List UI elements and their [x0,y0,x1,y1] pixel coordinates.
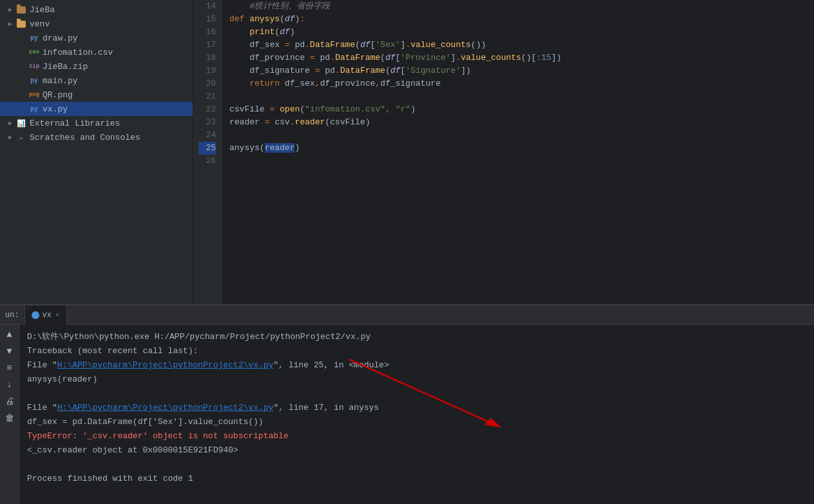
py-file-icon: py [28,33,40,43]
scratch-icon: ✏ [15,132,27,142]
png-file-icon: png [28,90,40,100]
main-area: ▶ JieBa ▶ venv py draw.py csv infomation… [0,0,814,304]
folder-venv-icon [15,19,27,29]
sidebar-item-label: JieBa [30,5,55,15]
sidebar-item-vx-py[interactable]: py vx.py [0,102,193,116]
rerun-button[interactable]: ≡ [3,361,17,375]
sidebar-item-label: vx.py [43,104,68,114]
run-toolbar: ▲ ▼ ≡ ↓ 🖨 🗑 [0,325,19,504]
console-line: File "H:\APP\pycharm\Project\pythonProje… [27,358,806,373]
zip-file-icon: zip [28,61,40,72]
scroll-up-button[interactable]: ▲ [3,327,17,342]
sidebar-item-main-py[interactable]: py main.py [0,73,193,88]
console-line [27,458,806,472]
folder-icon [15,5,27,15]
arrow-icon: ▶ [5,133,15,141]
arrow-icon: ▶ [5,6,15,14]
sidebar-item-label: JieBa.zip [43,62,88,72]
sidebar-item-label: venv [30,19,50,29]
sidebar-item-jieba[interactable]: ▶ JieBa [0,3,193,17]
sidebar-item-label: draw.py [43,34,78,43]
console-line: <_csv.reader object at 0x0000015E921FD94… [27,443,806,458]
bottom-panel: un: vx × ▲ ▼ ≡ ↓ 🖨 🗑 D:\软件\Python\python… [0,304,814,504]
py-file-icon: py [28,75,40,86]
console-output[interactable]: D:\软件\Python\python.exe H:/APP/pycharm/P… [19,325,814,504]
console-body: ▲ ▼ ≡ ↓ 🖨 🗑 D:\软件\Python\python.exe H:/A… [0,325,814,504]
tab-label: vx [43,311,52,320]
code-editor[interactable]: #统计性别、省份字段 def anysys(df): print(df) df_… [222,0,814,304]
arrow-icon: ▶ [5,20,15,28]
sidebar-item-jieba-zip[interactable]: zip JieBa.zip [0,59,193,73]
sidebar-item-venv[interactable]: ▶ venv [0,17,193,31]
error-line: TypeError: '_csv.reader' object is not s… [27,429,806,443]
console-line: df_sex = pd.DataFrame(df['Sex'].value_co… [27,415,806,429]
run-prefix-label: un: [0,311,24,320]
console-line: anysys(reader) [27,373,806,387]
console-container: D:\软件\Python\python.exe H:/APP/pycharm/P… [19,325,814,504]
sidebar-item-infomation-csv[interactable]: csv infomation.csv [0,45,193,59]
tab-run-icon [32,311,39,319]
console-line: File "H:\APP\pycharm\Project\pythonProje… [27,401,806,415]
line-numbers: 14 15 16 17 18 19 20 21 22 23 24 25 26 [193,0,222,304]
console-line [27,387,806,401]
sidebar: ▶ JieBa ▶ venv py draw.py csv infomation… [0,0,193,304]
arrow-icon: ▶ [5,119,15,127]
sidebar-tree: ▶ JieBa ▶ venv py draw.py csv infomation… [0,0,193,304]
sidebar-item-label: main.py [43,76,78,86]
console-line: Traceback (most recent call last): [27,344,806,358]
traceback-link-2[interactable]: H:\APP\pycharm\Project\pythonProject2\vx… [57,403,273,412]
print-button[interactable]: 🖨 [3,394,17,409]
download-button[interactable]: ↓ [3,378,17,392]
scroll-down-button[interactable]: ▼ [3,344,17,358]
code-view[interactable]: 14 15 16 17 18 19 20 21 22 23 24 25 26 #… [193,0,814,304]
editor-area: 14 15 16 17 18 19 20 21 22 23 24 25 26 #… [193,0,814,304]
sidebar-item-scratches[interactable]: ▶ ✏ Scratches and Consoles [0,130,193,144]
process-exit-line: Process finished with exit code 1 [27,472,806,486]
ext-lib-icon: 📊 [15,118,27,128]
sidebar-item-label: External Libraries [30,119,120,128]
sidebar-item-draw-py[interactable]: py draw.py [0,31,193,45]
traceback-link-1[interactable]: H:\APP\pycharm\Project\pythonProject2\vx… [57,360,273,370]
sidebar-item-qr-png[interactable]: png QR.png [0,88,193,102]
csv-file-icon: csv [28,47,40,57]
clear-button[interactable]: 🗑 [3,411,17,425]
sidebar-item-label: Scratches and Consoles [30,133,141,142]
run-tab[interactable]: vx × [24,305,67,325]
console-line: D:\软件\Python\python.exe H:/APP/pycharm/P… [27,330,806,344]
sidebar-item-label: infomation.csv [43,48,113,57]
bottom-tabs-bar: un: vx × [0,305,814,325]
sidebar-item-label: QR.png [43,90,73,100]
sidebar-item-ext-lib[interactable]: ▶ 📊 External Libraries [0,116,193,130]
py-file-icon: py [28,104,40,114]
tab-close-button[interactable]: × [55,311,60,319]
